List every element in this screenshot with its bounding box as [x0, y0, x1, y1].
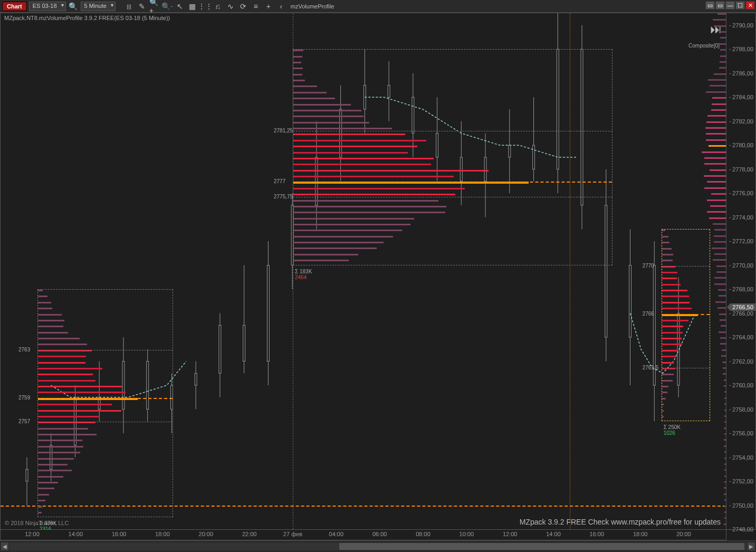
- composite-row: [706, 133, 726, 135]
- composite-row: [702, 151, 726, 153]
- vp-row: [293, 176, 454, 177]
- vp-row: [293, 170, 489, 172]
- composite-row: [707, 211, 726, 213]
- composite-profile: [700, 13, 726, 529]
- svg-rect-17: [219, 325, 221, 373]
- x-tick: 06:00: [372, 531, 387, 537]
- composite-row: [714, 235, 726, 237]
- vp-row: [38, 386, 122, 387]
- close-icon[interactable]: ✕: [745, 1, 755, 9]
- add-icon[interactable]: +: [263, 1, 274, 12]
- y-tick: 2760,00: [732, 382, 753, 388]
- vp-row: [662, 338, 682, 339]
- link-icon[interactable]: ⎌: [213, 1, 223, 12]
- indicator-icon[interactable]: ∿: [225, 1, 236, 12]
- data-box-icon[interactable]: ▦: [187, 1, 198, 12]
- scroll-thumb[interactable]: [339, 543, 744, 550]
- composite-row: [720, 337, 726, 339]
- maximize-icon[interactable]: ☐: [735, 1, 745, 9]
- vp-row: [662, 248, 672, 250]
- vp-row: [38, 356, 86, 357]
- vp-level-label: 2781,25: [274, 127, 293, 133]
- vp-row: [293, 164, 431, 165]
- instrument-select[interactable]: ES 03-18: [29, 2, 66, 11]
- svg-rect-15: [195, 373, 197, 385]
- vp-row: [293, 146, 417, 147]
- y-tick: 2768,00: [732, 286, 753, 292]
- svg-rect-1: [26, 469, 28, 481]
- window-tile2-icon[interactable]: ▭: [715, 1, 725, 9]
- vp-row: [38, 320, 64, 321]
- zoom-out-icon[interactable]: 🔍-: [162, 1, 173, 12]
- composite-row: [714, 253, 726, 255]
- refresh-icon[interactable]: ⟳: [238, 1, 248, 12]
- vp-level-label: 2761,5: [643, 364, 659, 370]
- vp-row: [662, 344, 682, 345]
- composite-row: [713, 259, 726, 261]
- composite-row: [714, 73, 726, 75]
- vp-row: [38, 506, 42, 508]
- vp-row: [293, 104, 351, 106]
- y-tick: 2756,00: [732, 430, 753, 436]
- vp-row: [38, 308, 52, 309]
- window-tile1-icon[interactable]: ▭: [705, 1, 715, 9]
- composite-row: [707, 181, 726, 183]
- bars-icon[interactable]: ⫼: [124, 1, 135, 12]
- y-tick: 2762,00: [732, 358, 753, 365]
- left-icon[interactable]: ‹: [276, 1, 286, 12]
- y-axis[interactable]: 2790,002788,002786,002784,002782,002780,…: [726, 13, 756, 530]
- x-axis[interactable]: 12:0014:0016:0018:0020:0022:0027 фев04:0…: [0, 530, 726, 540]
- vp-row: [293, 260, 349, 261]
- list-icon[interactable]: ≡: [251, 1, 261, 12]
- y-tick: 2774,00: [732, 214, 753, 221]
- svg-rect-19: [243, 325, 245, 361]
- composite-row: [717, 307, 726, 309]
- search-icon[interactable]: 🔍: [68, 1, 79, 12]
- composite-row: [724, 439, 726, 441]
- x-tick: 10:00: [460, 531, 474, 537]
- composite-row: [724, 493, 726, 495]
- vp-level-label: 2775,75: [274, 193, 293, 199]
- zoom-in-icon[interactable]: 🔍+: [149, 1, 160, 12]
- scroll-track[interactable]: [9, 543, 747, 550]
- scroll-left-icon[interactable]: ◀: [1, 543, 8, 550]
- draw-icon[interactable]: ✎: [137, 1, 147, 12]
- vp-row: [662, 362, 674, 364]
- composite-row: [724, 385, 726, 387]
- composite-row: [724, 427, 726, 429]
- vp-row: [38, 416, 99, 417]
- y-tick: 2784,00: [732, 94, 753, 100]
- composite-row: [720, 343, 726, 345]
- vp-level-line: [38, 350, 173, 350]
- y-tick: 2776,00: [732, 190, 753, 196]
- vp-row: [293, 254, 358, 255]
- chart-tab-button[interactable]: Chart: [2, 2, 27, 11]
- vp-summary: Σ 183K2464: [295, 269, 312, 280]
- vp-row: [293, 230, 402, 231]
- vp-row: [293, 194, 455, 195]
- cursor-icon[interactable]: ↖: [175, 1, 185, 12]
- x-tick: 20:00: [199, 531, 214, 537]
- composite-row: [710, 205, 726, 207]
- composite-row: [719, 31, 726, 33]
- vp-row: [38, 470, 72, 471]
- grid-icon[interactable]: ⋮⋮: [200, 1, 210, 12]
- composite-row: [714, 241, 726, 243]
- vp-row: [293, 62, 301, 63]
- composite-row: [722, 361, 726, 363]
- vp-row: [293, 68, 303, 69]
- y-tick: 2752,00: [732, 478, 753, 484]
- interval-select[interactable]: 5 Minute: [81, 2, 116, 11]
- vp-row: [38, 428, 88, 430]
- composite-row: [723, 367, 726, 369]
- vp-row: [38, 296, 47, 297]
- scroll-right-icon[interactable]: ▶: [748, 543, 755, 550]
- plot-canvas[interactable]: Composite[0] ⏭ © 2018 NinjaTrader, LLC M…: [0, 13, 726, 530]
- scrollbar-horizontal[interactable]: ◀ ▶: [0, 540, 756, 552]
- x-tick: 14:00: [546, 531, 561, 537]
- minimize-icon[interactable]: —: [725, 1, 735, 9]
- composite-row: [724, 397, 726, 399]
- x-tick: 20:00: [676, 531, 691, 537]
- composite-row: [724, 421, 726, 423]
- composite-row: [719, 43, 726, 45]
